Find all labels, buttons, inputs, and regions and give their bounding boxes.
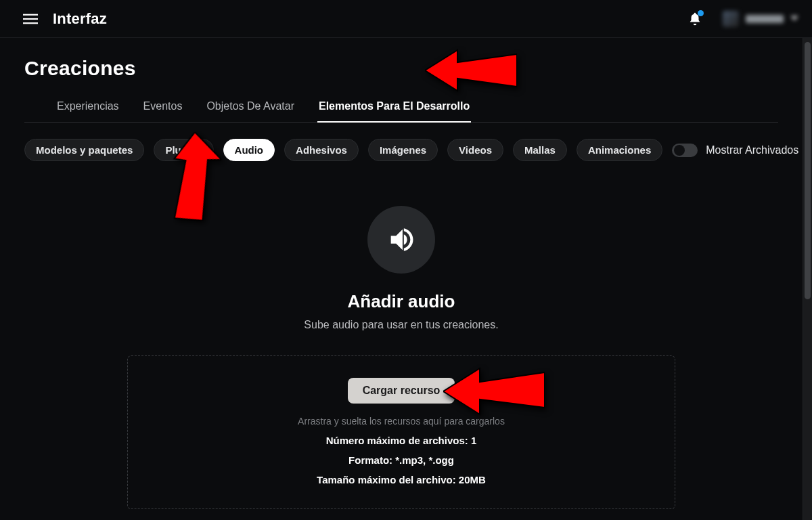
tab-label: Objetos De Avatar [206, 100, 294, 112]
chip-mallas[interactable]: Mallas [513, 139, 567, 161]
svg-rect-0 [23, 14, 38, 15]
main-tabs: Experiencias Eventos Objetos De Avatar E… [24, 85, 778, 123]
drop-info-max-files: Número máximo de archivos: 1 [141, 435, 661, 446]
toggle-label: Mostrar Archivados [706, 144, 798, 156]
tab-objetos-avatar[interactable]: Objetos De Avatar [206, 100, 294, 122]
drop-info-format: Formato: *.mp3, *.ogg [141, 454, 661, 466]
tab-label: Experiencias [57, 100, 119, 112]
tab-experiencias[interactable]: Experiencias [57, 100, 119, 122]
upload-dropzone[interactable]: Cargar recurso Arrastra y suelta los rec… [127, 355, 675, 509]
svg-rect-1 [23, 18, 38, 19]
tab-elementos-desarrollo[interactable]: Elementos Para El Desarrollo [319, 100, 470, 122]
tab-eventos[interactable]: Eventos [143, 100, 183, 122]
chip-modelos[interactable]: Modelos y paquetes [24, 139, 144, 161]
svg-rect-2 [23, 22, 38, 24]
audio-icon [367, 206, 435, 274]
chevron-down-icon [790, 13, 798, 25]
chip-plugins[interactable]: Plugins [154, 139, 213, 161]
tab-label: Eventos [143, 100, 183, 112]
show-archived-toggle[interactable]: Mostrar Archivados [672, 144, 798, 157]
scrollbar[interactable] [803, 38, 812, 520]
chip-videos[interactable]: Videos [447, 139, 503, 161]
scrollbar-thumb[interactable] [805, 42, 811, 299]
notification-dot-icon [698, 10, 704, 16]
avatar [723, 11, 739, 27]
drop-hint: Arrastra y suelta los recursos aquí para… [141, 416, 661, 427]
toggle-switch-icon [672, 144, 698, 157]
upload-button[interactable]: Cargar recurso [348, 378, 455, 404]
empty-subtitle: Sube audio para usar en tus creaciones. [0, 319, 803, 331]
empty-state: Añadir audio Sube audio para usar en tus… [0, 168, 803, 331]
page-title: Creaciones [24, 57, 778, 80]
user-menu[interactable] [723, 11, 798, 27]
menu-button[interactable] [23, 12, 38, 26]
chip-audio[interactable]: Audio [223, 139, 275, 161]
app-title: Interfaz [53, 10, 107, 28]
filter-chips: Modelos y paquetes Plugins Audio Adhesiv… [0, 123, 803, 168]
tab-label: Elementos Para El Desarrollo [319, 100, 470, 112]
username [746, 15, 784, 23]
chip-adhesivos[interactable]: Adhesivos [284, 139, 359, 161]
drop-info-size: Tamaño máximo del archivo: 20MB [141, 474, 661, 485]
top-bar: Interfaz [0, 0, 812, 38]
notifications-button[interactable] [687, 12, 702, 26]
chip-animaciones[interactable]: Animaciones [577, 139, 662, 161]
chip-imagenes[interactable]: Imágenes [368, 139, 438, 161]
empty-title: Añadir audio [0, 291, 803, 312]
